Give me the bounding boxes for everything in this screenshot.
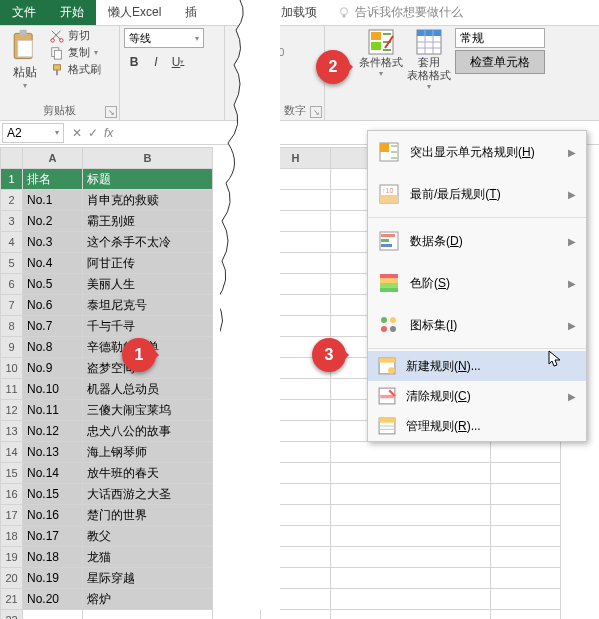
- cell-rank[interactable]: No.14: [23, 463, 83, 484]
- row-header[interactable]: 19: [1, 547, 23, 568]
- select-all-corner[interactable]: [1, 148, 23, 169]
- cell-rank[interactable]: No.5: [23, 274, 83, 295]
- cell-rank[interactable]: No.16: [23, 505, 83, 526]
- tab-addins[interactable]: 加载项: [269, 0, 329, 25]
- cf-highlight-cells[interactable]: 突出显示单元格规则(H) ▶: [368, 131, 586, 173]
- fx-icon[interactable]: fx: [104, 126, 113, 140]
- row-header[interactable]: 7: [1, 295, 23, 316]
- color-scales-icon: [379, 273, 399, 293]
- italic-button[interactable]: I: [146, 52, 166, 72]
- cell-rank[interactable]: No.7: [23, 316, 83, 337]
- tab-insert-truncated[interactable]: 插: [173, 0, 209, 25]
- worksheet-left[interactable]: AB 1排名标题 2No.1肖申克的救赎3No.2霸王别姬4No.3这个杀手不太…: [0, 147, 213, 619]
- cell-style-check[interactable]: 检查单元格: [455, 50, 545, 74]
- row-header[interactable]: 16: [1, 484, 23, 505]
- cell-title[interactable]: 龙猫: [83, 547, 213, 568]
- cell-rank[interactable]: No.12: [23, 421, 83, 442]
- row-header[interactable]: 10: [1, 358, 23, 379]
- cf-manage-rules[interactable]: 管理规则(R)...: [368, 411, 586, 441]
- copy-button[interactable]: 复制▾: [50, 45, 101, 60]
- row-header[interactable]: 4: [1, 232, 23, 253]
- cell-title[interactable]: 泰坦尼克号: [83, 295, 213, 316]
- number-launcher[interactable]: ↘: [310, 106, 322, 118]
- cell-rank[interactable]: No.1: [23, 190, 83, 211]
- tab-home[interactable]: 开始: [48, 0, 96, 25]
- row-header[interactable]: 5: [1, 253, 23, 274]
- row-header[interactable]: 9: [1, 337, 23, 358]
- highlight-cells-icon: [379, 142, 399, 162]
- tell-me-box[interactable]: 告诉我你想要做什么: [329, 0, 471, 25]
- col-header-B[interactable]: B: [83, 148, 213, 169]
- row-header[interactable]: 8: [1, 316, 23, 337]
- font-name-select[interactable]: 等线▾: [124, 28, 204, 48]
- cell-rank[interactable]: No.2: [23, 211, 83, 232]
- format-as-table-button[interactable]: 套用 表格格式 ▾: [407, 28, 451, 92]
- cell-title[interactable]: 美丽人生: [83, 274, 213, 295]
- cf-color-scales[interactable]: 色阶(S) ▶: [368, 262, 586, 304]
- row-header[interactable]: 11: [1, 379, 23, 400]
- cell-rank[interactable]: No.20: [23, 589, 83, 610]
- cell-rank[interactable]: No.8: [23, 337, 83, 358]
- cancel-icon[interactable]: ✕: [72, 126, 82, 140]
- cell-title[interactable]: 海上钢琴师: [83, 442, 213, 463]
- cell-title[interactable]: 三傻大闹宝莱坞: [83, 400, 213, 421]
- cell-title[interactable]: 熔炉: [83, 589, 213, 610]
- paste-label: 粘贴: [13, 64, 37, 81]
- cell-style-normal[interactable]: 常规: [455, 28, 545, 48]
- row-header[interactable]: 18: [1, 526, 23, 547]
- conditional-format-button[interactable]: 条件格式 ▾: [359, 28, 403, 92]
- cf-icon-sets[interactable]: 图标集(I) ▶: [368, 304, 586, 346]
- tab-lazy-excel[interactable]: 懒人Excel: [96, 0, 173, 25]
- cell-rank[interactable]: No.13: [23, 442, 83, 463]
- cell-rank[interactable]: No.18: [23, 547, 83, 568]
- cell-title[interactable]: 星际穿越: [83, 568, 213, 589]
- cell-title[interactable]: 阿甘正传: [83, 253, 213, 274]
- bold-button[interactable]: B: [124, 52, 144, 72]
- cut-button[interactable]: 剪切: [50, 28, 101, 43]
- cell-rank[interactable]: No.10: [23, 379, 83, 400]
- cf-top-bottom[interactable]: ↑10最前/最后规则(T) ▶: [368, 173, 586, 215]
- cell-title[interactable]: 放牛班的春天: [83, 463, 213, 484]
- enter-icon[interactable]: ✓: [88, 126, 98, 140]
- paste-button[interactable]: 粘贴 ▾: [4, 28, 46, 90]
- row-header[interactable]: 20: [1, 568, 23, 589]
- col-header-A[interactable]: A: [23, 148, 83, 169]
- cell-title[interactable]: 这个杀手不太冷: [83, 232, 213, 253]
- cf-data-bars[interactable]: 数据条(D) ▶: [368, 220, 586, 262]
- cell-rank[interactable]: No.11: [23, 400, 83, 421]
- cell-title[interactable]: 忠犬八公的故事: [83, 421, 213, 442]
- cell-rank[interactable]: No.9: [23, 358, 83, 379]
- row-header[interactable]: 21: [1, 589, 23, 610]
- row-header[interactable]: 17: [1, 505, 23, 526]
- cell-title[interactable]: 机器人总动员: [83, 379, 213, 400]
- row-header[interactable]: 2: [1, 190, 23, 211]
- clipboard-launcher[interactable]: ↘: [105, 106, 117, 118]
- tab-file[interactable]: 文件: [0, 0, 48, 25]
- row-header[interactable]: 14: [1, 442, 23, 463]
- cell-title[interactable]: 肖申克的救赎: [83, 190, 213, 211]
- row-header[interactable]: 3: [1, 211, 23, 232]
- row-header[interactable]: 15: [1, 463, 23, 484]
- cell-title[interactable]: 千与千寻: [83, 316, 213, 337]
- cell-title[interactable]: 楚门的世界: [83, 505, 213, 526]
- underline-button[interactable]: U▾: [168, 52, 188, 72]
- cell-title[interactable]: 大话西游之大圣: [83, 484, 213, 505]
- col-header-H[interactable]: H: [261, 148, 331, 169]
- cell-rank[interactable]: No.17: [23, 526, 83, 547]
- format-painter-button[interactable]: 格式刷: [50, 62, 101, 77]
- cf-clear-rules[interactable]: 清除规则(C) ▶: [368, 381, 586, 411]
- row-header[interactable]: 13: [1, 421, 23, 442]
- cell-rank[interactable]: No.4: [23, 253, 83, 274]
- cell-title[interactable]: 教父: [83, 526, 213, 547]
- cell-rank[interactable]: No.15: [23, 484, 83, 505]
- dropdown-icon: ▾: [23, 81, 27, 90]
- row-header[interactable]: 12: [1, 400, 23, 421]
- row-header[interactable]: 6: [1, 274, 23, 295]
- cell-rank[interactable]: No.6: [23, 295, 83, 316]
- cell-A1[interactable]: 排名: [23, 169, 83, 190]
- cell-rank[interactable]: No.3: [23, 232, 83, 253]
- cell-title[interactable]: 霸王别姬: [83, 211, 213, 232]
- cell-B1[interactable]: 标题: [83, 169, 213, 190]
- cell-rank[interactable]: No.19: [23, 568, 83, 589]
- name-box[interactable]: A2▾: [2, 123, 64, 143]
